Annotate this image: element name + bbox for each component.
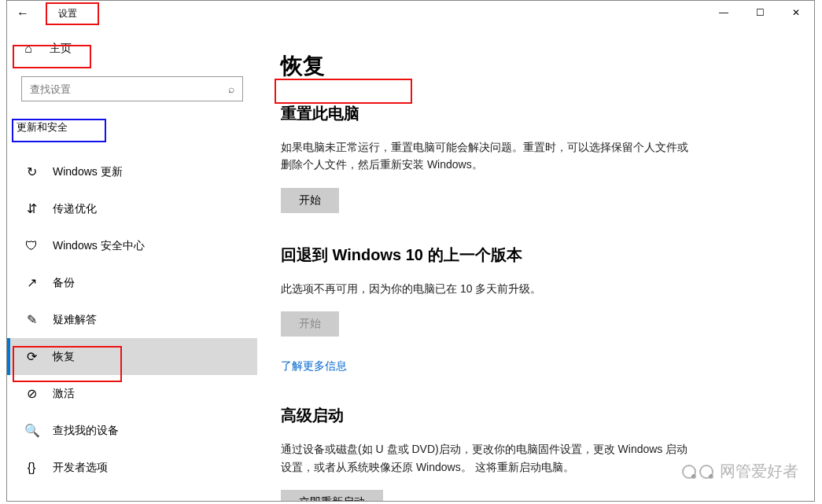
home-icon: ⌂ bbox=[21, 42, 35, 56]
reset-section-title: 重置此电脑 bbox=[281, 103, 690, 124]
home-label: 主页 bbox=[50, 42, 72, 56]
nav-icon: ✎ bbox=[24, 312, 39, 327]
nav-label: 激活 bbox=[53, 387, 75, 401]
advanced-restart-button[interactable]: 立即重新启动 bbox=[281, 490, 383, 501]
reset-start-button[interactable]: 开始 bbox=[281, 188, 339, 213]
rollback-section-desc: 此选项不再可用，因为你的电脑已在 10 多天前升级。 bbox=[281, 280, 690, 297]
sidebar-item-3[interactable]: ↗备份 bbox=[7, 264, 257, 301]
nav-icon: {} bbox=[24, 461, 39, 475]
sidebar-item-7[interactable]: 🔍查找我的设备 bbox=[7, 412, 257, 449]
nav-label: 疑难解答 bbox=[53, 313, 97, 327]
sidebar-item-5[interactable]: ⟳恢复 bbox=[7, 338, 257, 375]
learn-more-link[interactable]: 了解更多信息 bbox=[281, 359, 347, 373]
nav-label: 备份 bbox=[53, 276, 75, 290]
rollback-start-button: 开始 bbox=[281, 311, 339, 337]
search-icon: ⌕ bbox=[228, 83, 234, 95]
search-box[interactable]: ⌕ bbox=[21, 76, 243, 101]
maximize-button[interactable]: ☐ bbox=[742, 1, 778, 24]
watermark-icon bbox=[699, 465, 713, 479]
nav-icon: ⇵ bbox=[24, 201, 39, 216]
watermark-text: 网管爱好者 bbox=[720, 461, 798, 482]
watermark: 网管爱好者 bbox=[682, 461, 798, 482]
sidebar-item-4[interactable]: ✎疑难解答 bbox=[7, 301, 257, 338]
category-label: 更新和安全 bbox=[7, 116, 257, 139]
nav-icon: 🔍 bbox=[24, 423, 39, 438]
nav-icon: ⊘ bbox=[24, 386, 39, 401]
nav-label: 恢复 bbox=[53, 350, 75, 364]
nav-label: Windows 安全中心 bbox=[53, 239, 145, 253]
rollback-section-title: 回退到 Windows 10 的上一个版本 bbox=[281, 245, 690, 266]
nav-icon: ↻ bbox=[24, 164, 39, 179]
watermark-icon bbox=[682, 465, 696, 479]
nav-icon: ⟳ bbox=[24, 349, 39, 364]
home-button[interactable]: ⌂ 主页 bbox=[7, 35, 257, 62]
nav-label: 开发者选项 bbox=[53, 461, 108, 475]
search-input[interactable] bbox=[30, 83, 228, 95]
sidebar-item-6[interactable]: ⊘激活 bbox=[7, 375, 257, 412]
sidebar-item-8[interactable]: {}开发者选项 bbox=[7, 449, 257, 486]
minimize-button[interactable]: — bbox=[706, 1, 742, 24]
close-button[interactable]: ✕ bbox=[778, 1, 814, 24]
window-title: 设置 bbox=[39, 7, 77, 20]
nav-label: 传递优化 bbox=[53, 202, 97, 216]
nav-label: 查找我的设备 bbox=[53, 424, 119, 438]
sidebar-item-2[interactable]: 🛡Windows 安全中心 bbox=[7, 227, 257, 264]
nav-label: Windows 更新 bbox=[53, 165, 123, 179]
nav-icon: 🛡 bbox=[24, 239, 39, 253]
nav-icon: ↗ bbox=[24, 275, 39, 290]
back-arrow-icon: ← bbox=[17, 6, 29, 20]
advanced-section-title: 高级启动 bbox=[281, 405, 690, 426]
sidebar-item-0[interactable]: ↻Windows 更新 bbox=[7, 153, 257, 190]
right-edge-strip bbox=[816, 16, 822, 487]
page-title: 恢复 bbox=[281, 51, 814, 81]
reset-section-desc: 如果电脑未正常运行，重置电脑可能会解决问题。重置时，可以选择保留个人文件或删除个… bbox=[281, 138, 690, 174]
back-button[interactable]: ← bbox=[7, 1, 39, 26]
advanced-section-desc: 通过设备或磁盘(如 U 盘或 DVD)启动，更改你的电脑固件设置，更改 Wind… bbox=[281, 440, 690, 476]
sidebar-item-1[interactable]: ⇵传递优化 bbox=[7, 190, 257, 227]
